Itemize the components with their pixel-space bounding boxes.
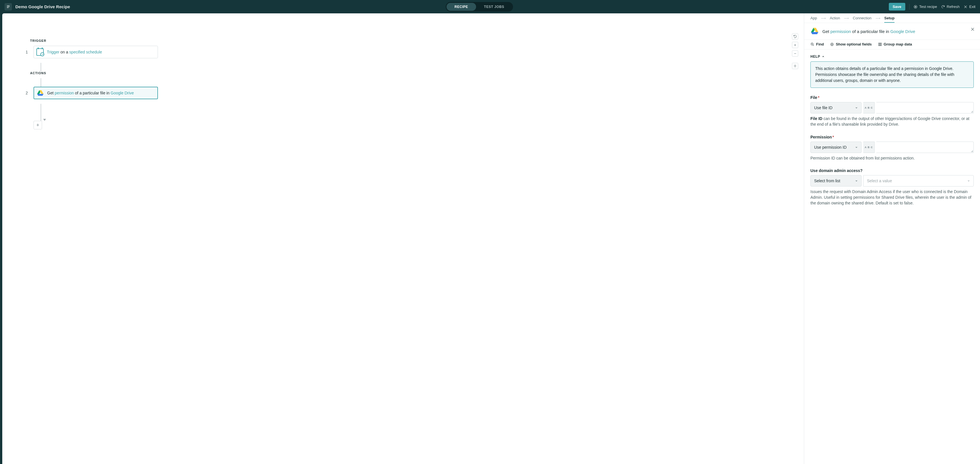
trigger-step-text: Trigger on a specified schedule: [47, 50, 102, 54]
exit-label: Exit: [969, 5, 975, 9]
permission-field-label: Permission*: [810, 135, 974, 139]
tab-test-jobs[interactable]: TEST JOBS: [476, 3, 512, 11]
reset-view-button[interactable]: [792, 33, 798, 40]
step-number: 2: [22, 91, 28, 95]
zoom-in-button[interactable]: +: [792, 42, 798, 48]
permission-id-input[interactable]: [876, 142, 974, 153]
file-field-label: File*: [810, 95, 974, 100]
crumb-app[interactable]: App: [810, 16, 817, 20]
file-field-help: File ID can be found in the output of ot…: [810, 116, 974, 128]
view-toggle: RECIPE TEST JOBS: [446, 2, 513, 12]
document-icon: [6, 5, 10, 9]
chevron-down-icon: [967, 179, 970, 182]
chevron-down-icon: [855, 106, 858, 109]
svg-marker-10: [915, 6, 916, 7]
page-title: Demo Google Drive Recipe: [15, 4, 70, 9]
tab-recipe[interactable]: RECIPE: [447, 3, 476, 11]
chevron-right-icon: ⟶: [844, 16, 849, 20]
group-map-button[interactable]: Group map data: [878, 42, 912, 46]
fit-view-button[interactable]: [792, 63, 798, 69]
menu-button[interactable]: [5, 3, 12, 11]
google-drive-icon: [810, 27, 819, 35]
crumb-action[interactable]: Action: [830, 16, 840, 20]
svg-rect-26: [880, 43, 881, 46]
action-step-card[interactable]: Get permission of a particular file in G…: [33, 87, 158, 99]
domain-admin-field-help: Issues the request with Domain Admin Acc…: [810, 189, 974, 206]
actions-section-label: ACTIONS: [30, 71, 804, 75]
formula-badge[interactable]: A B C: [863, 102, 875, 113]
svg-point-20: [811, 43, 813, 45]
save-button[interactable]: Save: [889, 3, 905, 11]
chevron-down-icon: [855, 146, 858, 149]
panel-title: Get permission of a particular file in G…: [822, 29, 915, 34]
permission-mode-select[interactable]: Use permission ID: [810, 142, 862, 153]
file-id-input[interactable]: [876, 102, 974, 113]
play-icon: [913, 5, 918, 9]
setup-panel: App ⟶ Action ⟶ Connection ⟶ Setup Get pe…: [804, 13, 980, 464]
undo-icon: [793, 34, 797, 38]
chevron-up-icon: [822, 55, 825, 58]
add-step-button[interactable]: +: [33, 121, 42, 129]
exit-button[interactable]: Exit: [964, 5, 975, 9]
schedule-icon: [36, 48, 44, 56]
formula-badge[interactable]: A B C: [863, 142, 875, 153]
divider: [909, 4, 910, 10]
step-number: 1: [22, 50, 28, 54]
zoom-out-button[interactable]: −: [792, 50, 798, 57]
google-drive-icon: [37, 89, 44, 97]
breadcrumb: App ⟶ Action ⟶ Connection ⟶ Setup: [804, 13, 980, 23]
refresh-icon: [941, 5, 945, 9]
svg-point-13: [795, 66, 795, 66]
search-icon: [810, 42, 815, 46]
refresh-button[interactable]: Refresh: [941, 5, 960, 9]
domain-admin-field-label: Use domain admin access?: [810, 168, 974, 173]
svg-line-21: [813, 45, 814, 46]
chevron-right-icon: ⟶: [821, 16, 826, 20]
test-recipe-button[interactable]: Test recipe: [913, 5, 937, 9]
show-optional-button[interactable]: Show optional fields: [830, 42, 872, 46]
svg-rect-25: [878, 43, 880, 46]
help-text: This action obtains details of a particu…: [810, 61, 974, 88]
trigger-section-label: TRIGGER: [30, 39, 804, 42]
domain-admin-mode-select[interactable]: Select from list: [810, 175, 862, 187]
close-panel-button[interactable]: [970, 27, 975, 32]
action-step-text: Get permission of a particular file in G…: [47, 91, 134, 95]
find-button[interactable]: Find: [810, 42, 824, 46]
test-recipe-label: Test recipe: [919, 5, 937, 9]
chevron-down-icon: [855, 179, 858, 182]
close-icon: [970, 27, 975, 32]
help-toggle[interactable]: HELP: [810, 54, 825, 59]
crumb-connection[interactable]: Connection: [853, 16, 872, 20]
permission-field-help: Permission ID can be obtained from list …: [810, 155, 974, 161]
domain-admin-value-select[interactable]: Select a value: [863, 175, 974, 187]
close-icon: [964, 5, 967, 9]
recipe-canvas[interactable]: + − TRIGGER 1 Trigger on a specified sch…: [2, 13, 804, 464]
crumb-setup[interactable]: Setup: [884, 16, 894, 23]
plus-circle-icon: [830, 42, 834, 46]
fit-icon: [793, 64, 797, 68]
file-mode-select[interactable]: Use file ID: [810, 102, 862, 113]
map-icon: [878, 42, 882, 46]
chevron-right-icon: ⟶: [875, 16, 880, 20]
trigger-step-card[interactable]: Trigger on a specified schedule: [33, 46, 158, 58]
refresh-label: Refresh: [947, 5, 960, 9]
